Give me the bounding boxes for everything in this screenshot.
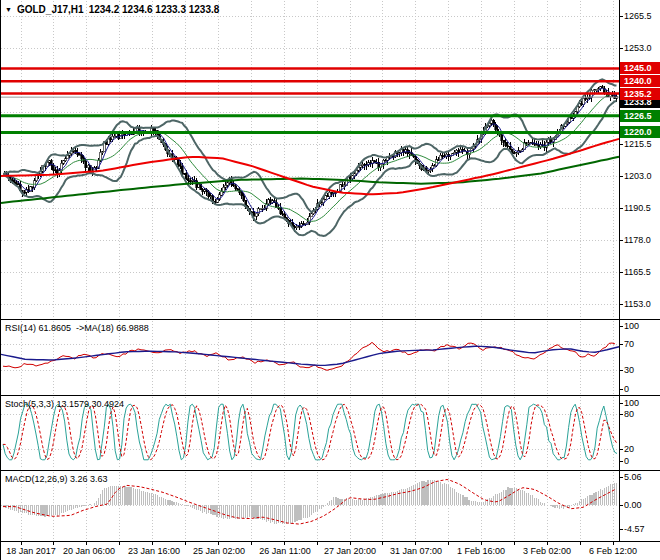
- price-axis-area[interactable]: [619, 0, 660, 542]
- chart-titlebar: ▼ GOLD_J17,H1 1234.2 1234.6 1233.3 1233.…: [5, 2, 219, 16]
- macd-indicator-label: MACD(12,26,9) 3.26 3.63: [5, 474, 108, 484]
- trading-chart-window: ▼ GOLD_J17,H1 1234.2 1234.6 1233.3 1233.…: [0, 0, 660, 560]
- rsi-indicator-label: RSI(14) 61.8605 ->MA(18) 66.9888: [5, 323, 149, 333]
- time-axis-area[interactable]: [1, 542, 660, 560]
- symbol-dropdown-icon[interactable]: ▼: [5, 6, 12, 13]
- pane-separator[interactable]: [1, 470, 660, 471]
- pane-separator[interactable]: [1, 319, 660, 320]
- symbol-timeframe-label: GOLD_J17,H1: [17, 4, 84, 15]
- pane-separator[interactable]: [1, 395, 660, 396]
- stoch-indicator-label: Stoch(5,3,3) 13.1579 30.4924: [5, 399, 124, 409]
- ohlc-values: 1234.2 1234.6 1233.3 1233.8: [89, 4, 220, 15]
